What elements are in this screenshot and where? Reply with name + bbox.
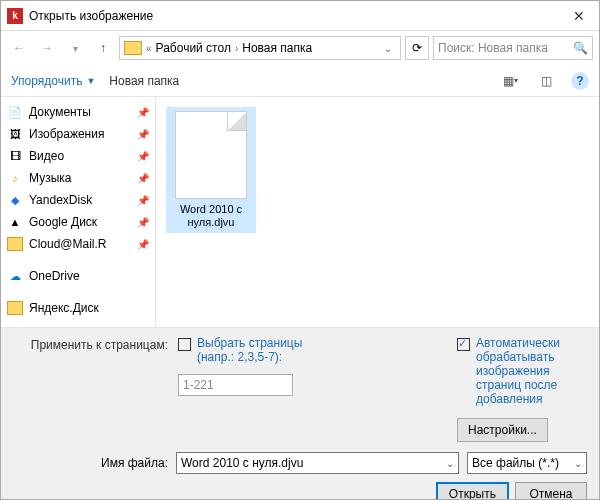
auto-process-checkbox[interactable]: [457, 338, 470, 351]
breadcrumb-sep: «: [144, 43, 154, 54]
back-button[interactable]: ←: [7, 36, 31, 60]
pin-icon: 📌: [137, 239, 149, 250]
sidebar-item-yandexfolder[interactable]: Яндекс.Диск: [1, 297, 155, 319]
chevron-right-icon: ›: [233, 43, 240, 54]
select-pages-label: Выбрать страницы (напр.: 2,3,5-7):: [197, 336, 338, 364]
toolbar: Упорядочить ▼ Новая папка ▦▾ ◫ ?: [1, 65, 599, 97]
auto-process-label: Автоматически обрабатывать изображения с…: [476, 336, 587, 406]
new-folder-button[interactable]: Новая папка: [109, 74, 179, 88]
open-button[interactable]: Открыть: [436, 482, 509, 500]
button-row: Открыть Отмена: [13, 482, 587, 500]
documents-icon: 📄: [7, 105, 23, 119]
search-input[interactable]: Поиск: Новая папка 🔍: [433, 36, 593, 60]
video-icon: 🎞: [7, 149, 23, 163]
window-title: Открыть изображение: [29, 9, 559, 23]
select-pages-checkbox[interactable]: [178, 338, 191, 351]
view-icons-button[interactable]: ▦▾: [499, 72, 521, 90]
filetype-select[interactable]: Все файлы (*.*) ⌄: [467, 452, 587, 474]
titlebar: k Открыть изображение ✕: [1, 1, 599, 31]
refresh-button[interactable]: ⟳: [405, 36, 429, 60]
breadcrumb-part[interactable]: Рабочий стол: [156, 41, 231, 55]
filename-label: Имя файла:: [13, 456, 168, 470]
folder-icon: [7, 237, 23, 251]
pin-icon: 📌: [137, 217, 149, 228]
search-icon: 🔍: [573, 41, 588, 55]
filename-input[interactable]: Word 2010 с нуля.djvu ⌄: [176, 452, 459, 474]
yandex-icon: ◆: [7, 193, 23, 207]
breadcrumb[interactable]: « Рабочий стол › Новая папка ⌄: [119, 36, 401, 60]
pin-icon: 📌: [137, 195, 149, 206]
file-item[interactable]: Word 2010 с нуля.djvu: [166, 107, 256, 233]
page-range-input[interactable]: 1-221: [178, 374, 293, 396]
history-dropdown[interactable]: ▾: [63, 36, 87, 60]
sidebar-item-images[interactable]: 🖼Изображения📌: [1, 123, 155, 145]
pin-icon: 📌: [137, 129, 149, 140]
gdrive-icon: ▲: [7, 215, 23, 229]
close-button[interactable]: ✕: [559, 8, 599, 24]
sidebar-item-yandexdisk[interactable]: ◆YandexDisk📌: [1, 189, 155, 211]
breadcrumb-part[interactable]: Новая папка: [242, 41, 312, 55]
sidebar: 📄Документы📌 🖼Изображения📌 🎞Видео📌 ♪Музык…: [1, 97, 156, 327]
pin-icon: 📌: [137, 107, 149, 118]
search-placeholder: Поиск: Новая папка: [438, 41, 548, 55]
sidebar-item-music[interactable]: ♪Музыка📌: [1, 167, 155, 189]
cancel-button[interactable]: Отмена: [515, 482, 587, 500]
images-icon: 🖼: [7, 127, 23, 141]
sidebar-item-onedrive[interactable]: ☁OneDrive: [1, 265, 155, 287]
settings-button[interactable]: Настройки...: [457, 418, 548, 442]
sidebar-item-video[interactable]: 🎞Видео📌: [1, 145, 155, 167]
app-icon: k: [7, 8, 23, 24]
apply-pages-label: Применить к страницам:: [13, 336, 168, 442]
file-name: Word 2010 с нуля.djvu: [170, 203, 252, 229]
sidebar-item-documents[interactable]: 📄Документы📌: [1, 101, 155, 123]
organize-button[interactable]: Упорядочить ▼: [11, 74, 95, 88]
chevron-down-icon[interactable]: ⌄: [574, 458, 582, 469]
filename-row: Имя файла: Word 2010 с нуля.djvu ⌄ Все ф…: [13, 452, 587, 474]
breadcrumb-dropdown[interactable]: ⌄: [380, 43, 396, 54]
music-icon: ♪: [7, 171, 23, 185]
bottom-pane: Применить к страницам: Выбрать страницы …: [1, 327, 599, 499]
folder-icon: [124, 41, 142, 55]
file-thumbnail: [175, 111, 247, 199]
chevron-down-icon[interactable]: ⌄: [446, 458, 454, 469]
sidebar-item-mailcloud[interactable]: Cloud@Mail.R📌: [1, 233, 155, 255]
nav-row: ← → ▾ ↑ « Рабочий стол › Новая папка ⌄ ⟳…: [1, 31, 599, 65]
pin-icon: 📌: [137, 151, 149, 162]
pin-icon: 📌: [137, 173, 149, 184]
sidebar-item-gdrive[interactable]: ▲Google Диск📌: [1, 211, 155, 233]
folder-icon: [7, 301, 23, 315]
preview-pane-button[interactable]: ◫: [535, 72, 557, 90]
forward-button: →: [35, 36, 59, 60]
onedrive-icon: ☁: [7, 269, 23, 283]
chevron-down-icon: ▼: [86, 76, 95, 86]
file-listing[interactable]: Word 2010 с нуля.djvu: [156, 97, 599, 327]
help-button[interactable]: ?: [571, 72, 589, 90]
up-button[interactable]: ↑: [91, 36, 115, 60]
body: 📄Документы📌 🖼Изображения📌 🎞Видео📌 ♪Музык…: [1, 97, 599, 327]
